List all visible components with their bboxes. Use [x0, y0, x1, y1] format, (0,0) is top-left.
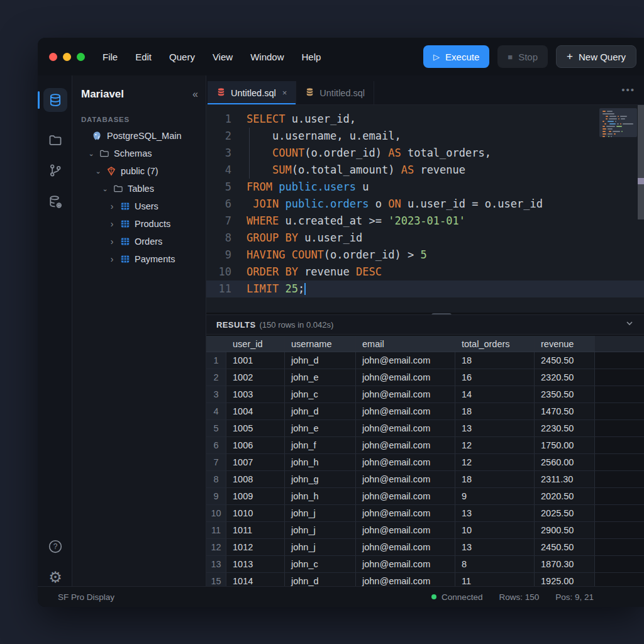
table-row[interactable]: 21002john_ejohn@email.com162320.50: [206, 369, 644, 386]
row-number[interactable]: 6: [206, 437, 226, 453]
cell[interactable]: john@email.com: [356, 437, 455, 453]
cell[interactable]: 1010: [226, 505, 285, 521]
collapse-sidebar-icon[interactable]: «: [192, 89, 197, 100]
cell[interactable]: 1009: [226, 488, 285, 504]
results-header[interactable]: RESULTS (150 rows in 0.042s): [206, 314, 644, 335]
row-number[interactable]: 9: [206, 488, 226, 504]
row-number[interactable]: 15: [206, 573, 226, 586]
cell[interactable]: 1001: [226, 352, 285, 369]
cell[interactable]: john@email.com: [356, 522, 455, 538]
close-tab-icon[interactable]: ×: [282, 88, 287, 97]
nav-export-icon[interactable]: [43, 190, 67, 214]
sidebar-item-public-7-[interactable]: ⌄public (7): [72, 162, 206, 180]
cell[interactable]: 14: [455, 386, 535, 402]
cell[interactable]: 1012: [226, 539, 285, 555]
cell[interactable]: john@email.com: [356, 471, 455, 487]
cell[interactable]: john_d: [285, 403, 356, 419]
cell[interactable]: 2450.50: [535, 352, 595, 369]
chevron-down-icon[interactable]: ⌄: [95, 167, 101, 175]
code-line-8[interactable]: 8GROUP BY u.user_id: [206, 230, 644, 247]
row-number[interactable]: 7: [206, 454, 226, 470]
cell[interactable]: 2350.50: [535, 386, 595, 402]
tab-1[interactable]: Untitled.sql×: [208, 81, 296, 104]
new-query-button[interactable]: + New Query: [556, 45, 636, 68]
cell[interactable]: john_j: [285, 539, 356, 555]
menu-item-window[interactable]: Window: [250, 52, 284, 62]
stop-button[interactable]: ■ Stop: [497, 45, 548, 68]
menu-item-query[interactable]: Query: [169, 52, 195, 62]
code-line-2[interactable]: 2 u.username, u.email,: [206, 128, 644, 145]
cell[interactable]: 1011: [226, 522, 285, 538]
chevron-down-icon[interactable]: ⌄: [102, 185, 108, 193]
sidebar-item-payments[interactable]: ›Payments: [72, 250, 206, 268]
close-window-icon[interactable]: [49, 53, 57, 61]
nav-files-icon[interactable]: [43, 128, 67, 152]
cell[interactable]: 1870.30: [535, 556, 595, 572]
execute-button[interactable]: ▷ Execute: [423, 45, 489, 68]
cell[interactable]: john_e: [285, 369, 356, 386]
row-number[interactable]: 11: [206, 522, 226, 538]
row-number[interactable]: 12: [206, 539, 226, 555]
sidebar-item-tables[interactable]: ⌄Tables: [72, 180, 206, 197]
cell[interactable]: 1925.00: [535, 573, 595, 586]
tab-2[interactable]: Untitled.sql: [296, 81, 374, 104]
cell[interactable]: 11: [455, 573, 535, 586]
code-line-4[interactable]: 4 SUM(o.total_amount) AS revenue: [206, 162, 644, 179]
cell[interactable]: john_c: [285, 386, 356, 402]
row-number[interactable]: 2: [206, 369, 226, 386]
chevron-down-icon[interactable]: ⌄: [88, 150, 94, 158]
row-number[interactable]: 3: [206, 386, 226, 402]
cell[interactable]: john@email.com: [356, 573, 455, 586]
code-line-11[interactable]: 11LIMIT 25;: [206, 280, 644, 297]
cell[interactable]: 1005: [226, 420, 285, 436]
sidebar-item-postgresql-main[interactable]: PostgreSQL_Main: [72, 127, 206, 145]
table-row[interactable]: 131013john_cjohn@email.com81870.30: [206, 556, 644, 573]
code-line-9[interactable]: 9HAVING COUNT(o.order_id) > 5: [206, 247, 644, 264]
chevron-right-icon[interactable]: ›: [109, 219, 115, 229]
code-line-7[interactable]: 7WHERE u.created_at >= '2023-01-01': [206, 213, 644, 230]
cell[interactable]: john@email.com: [356, 505, 455, 521]
cell[interactable]: 9: [455, 488, 535, 504]
row-number[interactable]: 8: [206, 471, 226, 487]
cell[interactable]: 12: [455, 437, 535, 453]
nav-branch-icon[interactable]: [43, 158, 67, 182]
row-number[interactable]: 1: [206, 352, 226, 369]
chevron-right-icon[interactable]: ›: [109, 254, 115, 264]
table-row[interactable]: 71007john_hjohn@email.com122560.00: [206, 454, 644, 471]
cell[interactable]: john_h: [285, 488, 356, 504]
sidebar-item-users[interactable]: ›Users: [72, 197, 206, 215]
cell[interactable]: 13: [455, 505, 535, 521]
cell[interactable]: john_g: [285, 471, 356, 487]
cell[interactable]: 18: [455, 471, 535, 487]
cell[interactable]: john_c: [285, 556, 356, 572]
cell[interactable]: john@email.com: [356, 352, 455, 369]
table-row[interactable]: 111011john_jjohn@email.com102900.50: [206, 522, 644, 539]
row-number[interactable]: 4: [206, 403, 226, 419]
cell[interactable]: john_d: [285, 573, 356, 586]
cell[interactable]: 2311.30: [535, 471, 595, 487]
cell[interactable]: 1002: [226, 369, 285, 386]
cell[interactable]: 1013: [226, 556, 285, 572]
scrollbar-thumb[interactable]: [638, 178, 644, 184]
cell[interactable]: 2020.50: [535, 488, 595, 504]
table-row[interactable]: 51005john_ejohn@email.com132230.50: [206, 420, 644, 437]
code-line-10[interactable]: 10ORDER BY revenue DESC: [206, 264, 644, 280]
cell[interactable]: john_e: [285, 420, 356, 436]
code-line-1[interactable]: 1SELECT u.user_id,: [206, 111, 644, 128]
cell[interactable]: 2025.50: [535, 505, 595, 521]
zoom-window-icon[interactable]: [77, 53, 85, 61]
chevron-down-icon[interactable]: [625, 319, 634, 330]
table-row[interactable]: 11001john_djohn@email.com182450.50: [206, 352, 644, 369]
editor-scrollbar[interactable]: [638, 105, 644, 219]
menu-item-file[interactable]: File: [103, 52, 118, 62]
cell[interactable]: john@email.com: [356, 420, 455, 436]
row-number[interactable]: 13: [206, 556, 226, 572]
nav-databases-icon[interactable]: [43, 88, 67, 112]
code-line-5[interactable]: 5FROM public.users u: [206, 179, 644, 196]
cell[interactable]: 8: [455, 556, 535, 572]
cell[interactable]: john_f: [285, 437, 356, 453]
cell[interactable]: john@email.com: [356, 369, 455, 386]
cell[interactable]: john@email.com: [356, 556, 455, 572]
cell[interactable]: john@email.com: [356, 488, 455, 504]
table-row[interactable]: 61006john_fjohn@email.com121750.00: [206, 437, 644, 454]
